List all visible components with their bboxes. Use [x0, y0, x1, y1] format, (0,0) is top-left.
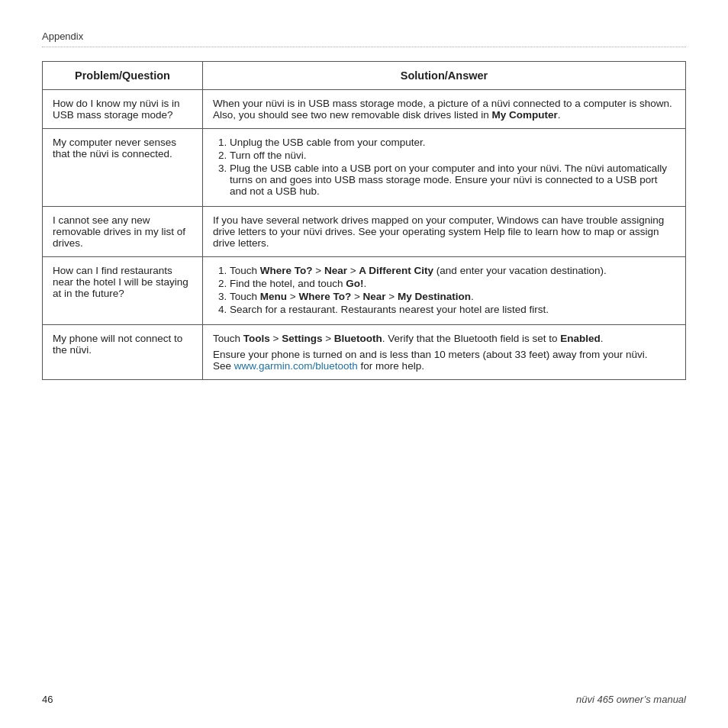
list-item: Plug the USB cable into a USB port on yo…: [230, 163, 675, 197]
problem-cell-0: How do I know my nüvi is in USB mass sto…: [43, 90, 203, 129]
list-item: Unplug the USB cable from your computer.: [230, 137, 675, 148]
main-table: Problem/Question Solution/Answer How do …: [42, 61, 686, 380]
solution-mixed-list-3: Touch Where To? > Near > A Different Cit…: [227, 265, 675, 315]
list-item: Touch Where To? > Near > A Different Cit…: [230, 265, 675, 276]
bluetooth-link[interactable]: www.garmin.com/bluetooth: [234, 360, 358, 372]
list-item: Turn off the nüvi.: [230, 150, 675, 161]
col-problem-header: Problem/Question: [43, 62, 203, 90]
problem-cell-3: How can I find restaurants near the hote…: [43, 257, 203, 325]
problem-cell-4: My phone will not connect to the nüvi.: [43, 325, 203, 380]
solution-cell-0: When your nüvi is in USB mass storage mo…: [203, 90, 686, 129]
problem-cell-2: I cannot see any new removable drives in…: [43, 207, 203, 257]
solution-list-1: Unplug the USB cable from your computer.…: [227, 137, 675, 197]
page-number: 46: [42, 694, 53, 705]
footer: 46 nüvi 465 owner’s manual: [42, 694, 686, 705]
manual-title: nüvi 465 owner’s manual: [576, 694, 686, 705]
page: Appendix Problem/Question Solution/Answe…: [0, 0, 728, 426]
col-solution-header: Solution/Answer: [203, 62, 686, 90]
problem-cell-1: My computer never senses that the nüvi i…: [43, 129, 203, 207]
solution-cell-3: Touch Where To? > Near > A Different Cit…: [203, 257, 686, 325]
list-item: Find the hotel, and touch Go!.: [230, 278, 675, 289]
solution-text-0: When your nüvi is in USB mass storage mo…: [213, 98, 675, 121]
bluetooth-line2: Ensure your phone is turned on and is le…: [213, 349, 675, 360]
solution-cell-1: Unplug the USB cable from your computer.…: [203, 129, 686, 207]
list-item: Search for a restaurant. Restaurants nea…: [230, 304, 675, 315]
solution-cell-2: If you have several network drives mappe…: [203, 207, 686, 257]
bluetooth-line3: See www.garmin.com/bluetooth for more he…: [213, 360, 675, 372]
solution-cell-4: Touch Tools > Settings > Bluetooth. Veri…: [203, 325, 686, 380]
list-item: Touch Menu > Where To? > Near > My Desti…: [230, 291, 675, 302]
appendix-label: Appendix: [42, 31, 686, 47]
bluetooth-line1: Touch Tools > Settings > Bluetooth. Veri…: [213, 333, 675, 344]
solution-text-2: If you have several network drives mappe…: [213, 214, 675, 249]
